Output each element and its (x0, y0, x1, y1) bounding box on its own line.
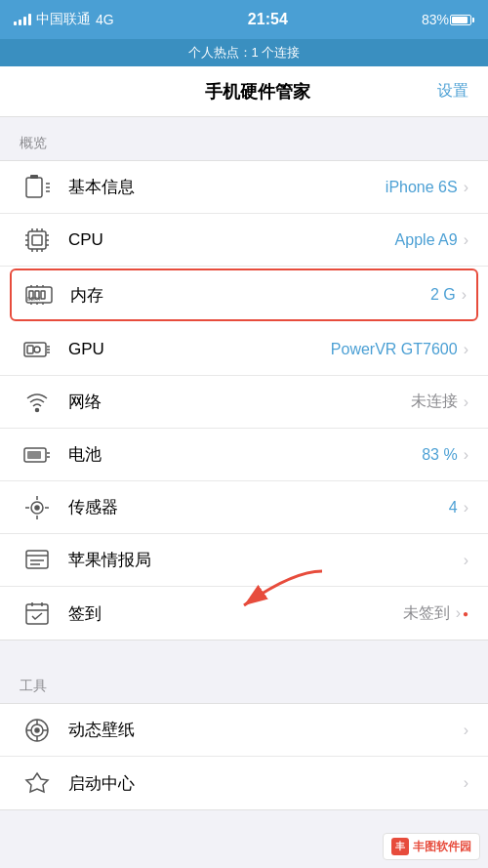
list-item-cpu[interactable]: CPU Apple A9 › (0, 214, 488, 267)
gpu-label: GPU (68, 340, 331, 359)
basic-info-icon (20, 170, 55, 205)
sensor-value: 4 (449, 499, 458, 517)
checkin-value: 未签到 (403, 603, 450, 624)
svg-point-37 (36, 408, 39, 411)
list-item-basic-info[interactable]: 基本信息 iPhone 6S › (0, 161, 488, 214)
dynamic-wallpaper-icon (20, 713, 55, 748)
list-item-checkin[interactable]: 签到 未签到 › ● (0, 587, 488, 640)
dynamic-wallpaper-label: 动态壁纸 (68, 719, 464, 741)
memory-value: 2 G (430, 286, 456, 304)
battery-icon: 83% (422, 12, 474, 27)
cpu-label: CPU (68, 230, 395, 250)
watermark: 丰 丰图软件园 (383, 833, 480, 860)
list-item-sensor[interactable]: 传感器 4 › (0, 481, 488, 534)
svg-point-58 (35, 728, 39, 732)
svg-rect-5 (28, 231, 46, 249)
hotspot-text: 个人热点：1 个连接 (188, 44, 301, 62)
memory-chevron: › (462, 286, 467, 304)
gpu-chevron: › (464, 341, 468, 358)
hotspot-bar: 个人热点：1 个连接 (0, 39, 488, 66)
launch-center-icon (20, 765, 55, 801)
svg-rect-0 (26, 178, 42, 197)
battery-chevron: › (464, 446, 468, 464)
sensor-icon (20, 490, 55, 525)
network-type: 4G (96, 12, 114, 27)
launch-center-label: 启动中心 (68, 772, 464, 795)
battery-percent: 83% (422, 12, 449, 27)
cpu-chevron: › (464, 231, 468, 249)
list-item-gpu[interactable]: GPU PowerVR GT7600 › (0, 323, 488, 376)
list-item-apple-intelligence[interactable]: 苹果情报局 › (0, 534, 488, 587)
cpu-icon (20, 223, 55, 258)
gpu-icon (20, 332, 55, 367)
watermark-logo: 丰 (391, 838, 409, 855)
launch-center-chevron: › (464, 774, 468, 792)
status-right: 83% (422, 12, 474, 27)
tools-section: 工具 动态壁纸 › (0, 660, 488, 810)
apple-intelligence-icon (20, 543, 55, 578)
checkin-label: 签到 (68, 602, 403, 625)
checkin-dot: ● (463, 608, 468, 619)
svg-rect-1 (30, 175, 38, 179)
signal-icon (14, 14, 31, 25)
status-time: 21:54 (248, 11, 288, 28)
settings-button[interactable]: 设置 (437, 81, 468, 102)
svg-rect-32 (27, 346, 33, 353)
tools-section-header: 工具 (0, 660, 488, 703)
battery-value: 83 % (422, 446, 457, 464)
battery-list-icon (20, 437, 55, 473)
basic-info-label: 基本信息 (68, 176, 386, 198)
network-chevron: › (464, 393, 468, 411)
tools-list: 动态壁纸 › 启动中心 › (0, 703, 488, 810)
overview-list: 基本信息 iPhone 6S › CPU Apple A9 › (0, 160, 488, 641)
basic-info-chevron: › (464, 179, 468, 196)
svg-rect-52 (26, 604, 48, 624)
sensor-chevron: › (464, 499, 468, 517)
page-title: 手机硬件管家 (205, 80, 310, 103)
apple-intelligence-label: 苹果情报局 (68, 549, 458, 571)
memory-label: 内存 (70, 284, 430, 307)
overview-section-header: 概览 (0, 117, 488, 160)
status-left: 中国联通 4G (14, 11, 114, 28)
gpu-value: PowerVR GT7600 (331, 341, 458, 358)
list-item-network[interactable]: 网络 未连接 › (0, 376, 488, 429)
list-item-battery[interactable]: 电池 83 % › (0, 429, 488, 481)
watermark-text: 丰图软件园 (413, 839, 471, 855)
cpu-value: Apple A9 (395, 231, 458, 249)
list-item-memory[interactable]: DDR4 内存 2 G › (10, 269, 478, 321)
network-label: 网络 (68, 391, 411, 413)
apple-intelligence-chevron: › (464, 552, 468, 569)
list-item-dynamic-wallpaper[interactable]: 动态壁纸 › (0, 704, 488, 757)
list-item-launch-center[interactable]: 启动中心 › (0, 757, 488, 809)
memory-icon: DDR4 (21, 277, 57, 312)
network-value: 未连接 (411, 392, 458, 412)
svg-rect-22 (41, 291, 45, 299)
svg-rect-39 (27, 451, 41, 459)
network-icon (20, 385, 55, 420)
sensor-label: 传感器 (68, 496, 449, 518)
svg-rect-6 (32, 235, 42, 245)
svg-point-43 (35, 506, 39, 510)
svg-text:DDR4: DDR4 (27, 296, 41, 302)
carrier-label: 中国联通 (36, 11, 91, 28)
checkin-icon (20, 596, 55, 631)
battery-label: 电池 (68, 443, 422, 466)
svg-point-33 (34, 347, 40, 352)
dynamic-wallpaper-chevron: › (464, 722, 468, 739)
nav-bar: 手机硬件管家 设置 (0, 66, 488, 117)
basic-info-value: iPhone 6S (386, 179, 458, 196)
status-bar: 中国联通 4G 21:54 83% (0, 0, 488, 39)
checkin-chevron: › (456, 604, 461, 622)
svg-rect-48 (26, 551, 48, 568)
